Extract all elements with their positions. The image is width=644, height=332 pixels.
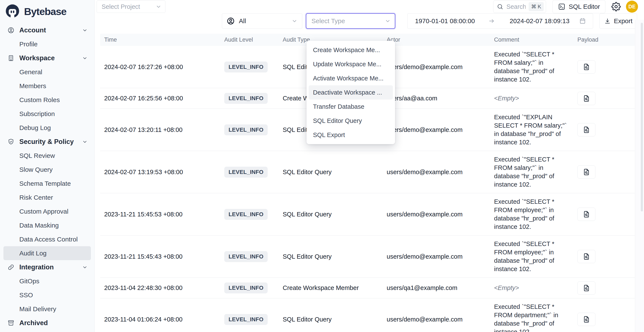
topbar: Select Project ⌘ K SQL Editor DE (94, 0, 644, 13)
sidebar-item-schema-template[interactable]: Schema Template (4, 176, 91, 190)
scrollbar-thumb[interactable] (641, 23, 643, 211)
search-box[interactable]: ⌘ K (493, 0, 546, 13)
type-option-sql-editor-query[interactable]: SQL Editor Query (309, 114, 393, 128)
search-icon (497, 3, 503, 10)
sidebar-item-members[interactable]: Members (4, 79, 91, 93)
cell-comment: Executed `"SELECT * FROM salary;"` in da… (494, 46, 578, 88)
cell-audit-level: LEVEL_INFO (224, 209, 283, 220)
date-range-start[interactable]: 1970-01-01 08:00:00 (415, 17, 475, 25)
sidebar-group-security-policy[interactable]: Security & Policy (4, 135, 91, 149)
sidebar-item-audit-log[interactable]: Audit Log (4, 246, 91, 260)
arrow-right-icon (488, 17, 495, 24)
sidebar-item-data-masking[interactable]: Data Masking (4, 218, 91, 232)
sidebar-item-subscription[interactable]: Subscription (4, 107, 91, 121)
sidebar-group: Account Profile (4, 23, 91, 51)
chevron-down-icon (82, 55, 88, 61)
sidebar-nav: Account Profile Workspace GeneralMembers… (0, 20, 94, 330)
type-option-update-workspace-me[interactable]: Update Workspace Me... (309, 57, 393, 71)
table-row: 2023-11-04 22:48:30 +08:00 LEVEL_INFO Cr… (100, 278, 635, 298)
type-option-transfer-database[interactable]: Transfer Database (309, 100, 393, 114)
vertical-scrollbar[interactable] (635, 20, 644, 332)
sidebar-item-risk-center[interactable]: Risk Center (4, 190, 91, 204)
sql-editor-button[interactable]: SQL Editor (552, 0, 605, 13)
type-option-create-workspace-me[interactable]: Create Workspace Me... (309, 43, 393, 57)
sidebar-item-general[interactable]: General (4, 65, 91, 79)
cell-time: 2023-11-04 22:48:30 +08:00 (100, 284, 224, 292)
user-avatar[interactable]: DE (626, 1, 638, 13)
sidebar-item-gitops[interactable]: GitOps (4, 274, 91, 288)
type-option-activate-workspace-me[interactable]: Activate Workspace Me... (309, 71, 393, 85)
export-button[interactable]: Export (599, 13, 637, 29)
sidebar-item-profile[interactable]: Profile (4, 37, 91, 51)
actor-filter-value: All (239, 17, 288, 25)
user-circle-icon (226, 17, 235, 25)
file-search-icon (582, 210, 590, 218)
brand-name: Bytebase (24, 5, 66, 17)
sidebar-group-integration[interactable]: Integration (4, 260, 91, 274)
chevron-down-icon (155, 3, 162, 10)
cell-actor: users/aa@aa.com (387, 95, 494, 102)
payload-view-button[interactable] (578, 313, 596, 326)
cell-actor: users/qa1@example.com (387, 284, 494, 292)
actor-filter-select[interactable]: All (222, 13, 302, 29)
sidebar-group-account[interactable]: Account (4, 23, 91, 37)
file-search-icon (582, 284, 590, 292)
cell-audit-level: LEVEL_INFO (224, 251, 283, 262)
sidebar-group-archived[interactable]: Archived (4, 316, 91, 330)
payload-view-button[interactable] (578, 60, 596, 74)
payload-view-button[interactable] (578, 250, 596, 263)
date-range-end[interactable]: 2024-02-07 18:09:13 (510, 17, 570, 25)
project-select[interactable]: Select Project (97, 0, 166, 13)
sidebar-item-debug-log[interactable]: Debug Log (4, 121, 91, 135)
cell-actor: users/demo@example.com (387, 168, 494, 176)
cell-audit-type: SQL Editor Query (283, 168, 387, 176)
cell-comment: Executed `"SELECT * FROM department;"` i… (494, 298, 578, 332)
cell-time: 2024-02-07 13:20:11 +08:00 (100, 126, 224, 133)
app-window: Bytebase Account Profile Workspace Gener… (0, 0, 644, 332)
cell-comment: <Empty> (494, 90, 578, 107)
settings-gear-button[interactable] (611, 2, 621, 11)
type-filter-select[interactable]: Select Type (306, 13, 395, 29)
sidebar-item-sso[interactable]: SSO (4, 288, 91, 302)
sidebar-group: Integration GitOpsSSOMail Delivery (4, 260, 91, 316)
sidebar-group-workspace[interactable]: Workspace (4, 51, 91, 65)
audit-level-badge: LEVEL_INFO (224, 314, 268, 325)
cell-audit-level: LEVEL_INFO (224, 314, 283, 325)
payload-view-button[interactable] (578, 92, 596, 105)
date-range-picker[interactable]: 1970-01-01 08:00:00 2024-02-07 18:09:13 (407, 13, 593, 29)
sidebar-item-slow-query[interactable]: Slow Query (4, 163, 91, 176)
file-search-icon (582, 252, 590, 261)
cell-audit-type: SQL Editor Query (283, 211, 387, 218)
file-search-icon (582, 63, 590, 71)
cell-audit-type: SQL Editor Query (283, 253, 387, 260)
table-row: 2023-11-21 15:45:53 +08:00 LEVEL_INFO SQ… (100, 193, 635, 235)
cell-audit-level: LEVEL_INFO (224, 283, 283, 293)
cell-time: 2024-02-07 16:25:56 +08:00 (100, 95, 224, 102)
cell-audit-level: LEVEL_INFO (224, 124, 283, 135)
type-option-deactivate-workspace[interactable]: Deactivate Workspace ... (309, 85, 393, 100)
file-search-icon (582, 94, 590, 103)
type-option-sql-export[interactable]: SQL Export (309, 128, 393, 142)
table-row: 2023-11-21 15:45:43 +08:00 LEVEL_INFO SQ… (100, 235, 635, 278)
payload-view-button[interactable] (578, 208, 596, 221)
sidebar: Bytebase Account Profile Workspace Gener… (0, 0, 94, 332)
shield-check-icon (7, 138, 14, 146)
file-search-icon (582, 126, 590, 134)
sidebar-item-mail-delivery[interactable]: Mail Delivery (4, 302, 91, 316)
payload-view-button[interactable] (578, 281, 596, 295)
sidebar-group: Archived (4, 316, 91, 330)
brand-logo[interactable]: Bytebase (0, 0, 94, 20)
cell-comment: Executed `"SELECT * FROM salary;"` in da… (494, 151, 578, 193)
cell-time: 2023-11-21 15:45:43 +08:00 (100, 253, 224, 260)
sidebar-item-custom-approval[interactable]: Custom Approval (4, 204, 91, 218)
payload-view-button[interactable] (578, 165, 596, 179)
sidebar-item-data-access-control[interactable]: Data Access Control (4, 232, 91, 246)
cell-payload (578, 313, 635, 326)
sidebar-item-custom-roles[interactable]: Custom Roles (4, 93, 91, 107)
cell-comment: Executed `"SELECT * FROM employee;"` in … (494, 193, 578, 235)
sidebar-item-sql-review[interactable]: SQL Review (4, 149, 91, 163)
file-search-icon (582, 315, 590, 324)
search-input[interactable] (506, 3, 526, 10)
payload-view-button[interactable] (578, 123, 596, 136)
cell-payload (578, 281, 635, 295)
